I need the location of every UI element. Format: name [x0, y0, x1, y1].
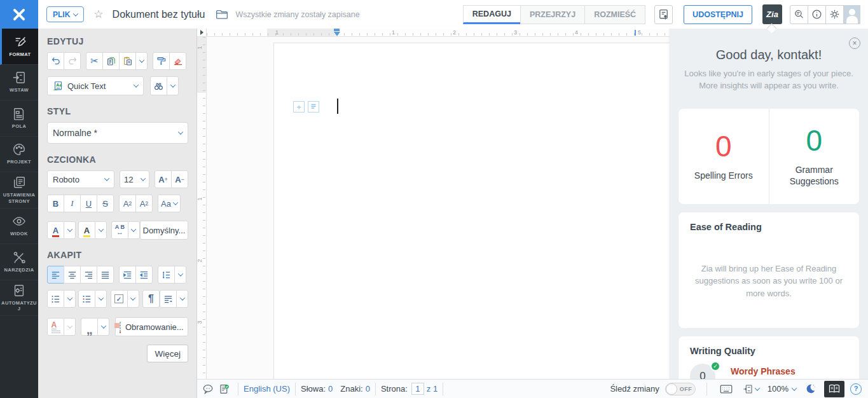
app-logo-close-icon[interactable] — [0, 0, 38, 29]
bullet-list-chevron[interactable] — [64, 290, 76, 308]
sidebar-item-automate[interactable]: AUTOMATYZUJ — [0, 280, 38, 317]
wordy-phrases-link[interactable]: Wordy Phrases — [731, 366, 796, 376]
more-button[interactable]: Więcej — [147, 345, 188, 362]
fit-page-control[interactable] — [740, 382, 762, 396]
text-direction-button[interactable] — [160, 290, 177, 308]
cut-button[interactable]: ✂ — [86, 52, 103, 70]
clear-format-eraser-button[interactable] — [169, 52, 186, 70]
sidebar-item-view[interactable]: WIDOK — [0, 209, 38, 245]
reading-mode-button[interactable] — [824, 381, 844, 397]
default-format-button[interactable]: Domyślny... — [140, 221, 188, 240]
borders-button[interactable]: Obramowanie... — [115, 317, 189, 336]
character-spacing-button[interactable]: A B↔ — [111, 221, 128, 239]
increase-indent-button[interactable] — [119, 266, 136, 284]
strikethrough-button[interactable]: S — [97, 195, 114, 212]
sidebar-item-format[interactable]: FORMAT — [0, 29, 38, 65]
tab-distribute[interactable]: ROZMIEŚĆ — [584, 5, 645, 24]
bullet-list-button[interactable] — [47, 290, 64, 308]
superscript-button[interactable]: A2 — [119, 195, 136, 212]
numbered-list-chevron[interactable] — [95, 290, 107, 308]
redo-button[interactable] — [64, 52, 81, 70]
checklist-button[interactable]: ×✓ — [111, 290, 128, 308]
paragraph-options-icon[interactable] — [308, 101, 319, 113]
bold-button[interactable]: B — [47, 195, 64, 212]
highlight-color-chevron[interactable] — [95, 221, 107, 239]
tab-edit[interactable]: REDAGUJ — [463, 5, 521, 24]
line-spacing-button[interactable] — [158, 266, 175, 284]
help-icon[interactable]: ? — [850, 383, 862, 395]
comment-notification-button[interactable] — [654, 5, 673, 24]
user-avatar[interactable] — [844, 5, 860, 24]
share-button[interactable]: UDOSTĘPNIJ — [684, 5, 752, 24]
sidebar-item-fields[interactable]: POLA — [0, 100, 38, 137]
comments-icon[interactable] — [200, 382, 216, 396]
sidebar-item-design[interactable]: PROJEKT — [0, 137, 38, 173]
night-mode-icon[interactable] — [802, 382, 818, 396]
spelling-errors-stat[interactable]: 0 Spelling Errors — [679, 109, 769, 204]
character-spacing-chevron[interactable] — [128, 221, 140, 239]
chars-count[interactable]: 0 — [366, 384, 370, 394]
font-family-dropdown[interactable]: Roboto — [47, 170, 114, 188]
proofing-icon[interactable] — [216, 382, 233, 396]
line-spacing-chevron[interactable] — [174, 266, 186, 284]
left-indent-marker[interactable] — [333, 29, 340, 37]
settings-gear-icon[interactable] — [825, 5, 844, 24]
subscript-button[interactable]: A2 — [135, 195, 153, 212]
sidebar-item-tools[interactable]: NARZĘDZIA — [0, 244, 38, 280]
right-indent-marker[interactable] — [635, 30, 636, 36]
document-canvas[interactable]: + — [207, 37, 670, 379]
paste-options-chevron[interactable] — [135, 52, 148, 70]
block-quote-button[interactable]: „ — [81, 318, 98, 336]
format-painter-button[interactable] — [153, 52, 170, 70]
highlight-color-button[interactable]: A — [78, 221, 95, 239]
zoom-control[interactable]: 100% — [768, 384, 796, 394]
tab-review[interactable]: PRZEJRZYJ — [520, 5, 585, 24]
numbered-list-button[interactable] — [78, 290, 95, 308]
sidebar-item-insert[interactable]: WSTAW — [0, 65, 38, 101]
track-changes-toggle[interactable]: OFF — [665, 383, 696, 395]
font-size-dropdown[interactable]: 12 — [120, 170, 149, 188]
favorite-star-icon[interactable]: ☆ — [93, 8, 103, 21]
underline-button[interactable]: U — [80, 195, 97, 212]
align-right-button[interactable] — [80, 266, 97, 284]
horizontal-ruler[interactable]: 1 1 2 3 4 5 — [207, 29, 670, 37]
file-menu-button[interactable]: PLIK — [46, 6, 84, 22]
find-replace-button[interactable] — [150, 76, 167, 95]
align-center-button[interactable] — [64, 266, 81, 284]
paste-button[interactable] — [119, 52, 136, 70]
document-title[interactable]: Dokument bez tytułu — [113, 9, 205, 20]
current-page-box[interactable]: 1 — [411, 383, 424, 395]
info-icon[interactable] — [808, 5, 826, 24]
ruler-collapse-toggle[interactable] — [197, 29, 207, 37]
document-language[interactable]: English (US) — [244, 384, 290, 394]
justify-button[interactable] — [97, 266, 114, 284]
folder-icon[interactable] — [216, 9, 228, 20]
paragraph-style-dropdown[interactable]: Normalne * — [47, 122, 188, 144]
italic-button[interactable]: I — [64, 195, 81, 212]
add-block-plus-icon[interactable]: + — [293, 101, 305, 113]
sidebar-item-page-settings[interactable]: USTAWIENIA STRONY — [0, 172, 38, 209]
checklist-chevron[interactable] — [127, 290, 139, 308]
quick-text-dropdown[interactable]: Aa Quick Text — [47, 76, 144, 95]
document-page[interactable] — [273, 43, 670, 379]
words-count[interactable]: 0 — [328, 384, 333, 394]
vertical-ruler[interactable]: 1 1 2 3 4 — [197, 37, 207, 379]
find-options-chevron[interactable] — [167, 76, 179, 95]
copy-button[interactable] — [102, 52, 120, 70]
drop-cap-chevron[interactable] — [64, 318, 76, 336]
drop-cap-button[interactable]: A — [47, 318, 64, 336]
align-left-button[interactable] — [47, 266, 64, 284]
paragraph-marks-button[interactable]: ¶ — [142, 290, 160, 308]
close-icon[interactable]: × — [849, 38, 860, 49]
decrease-indent-button[interactable] — [135, 266, 153, 284]
find-navigate-icon[interactable] — [790, 5, 808, 24]
decrease-font-button[interactable]: A− — [171, 170, 188, 188]
change-case-button[interactable]: Aa — [158, 195, 181, 212]
undo-button[interactable] — [47, 52, 64, 70]
increase-font-button[interactable]: A+ — [155, 170, 172, 188]
grammar-suggestions-stat[interactable]: 0 Grammar Suggestions — [769, 109, 860, 204]
font-color-button[interactable]: A — [47, 221, 64, 239]
text-direction-chevron[interactable] — [176, 290, 188, 308]
font-color-chevron[interactable] — [64, 221, 76, 239]
zia-assistant-button[interactable]: Zia — [762, 4, 782, 24]
